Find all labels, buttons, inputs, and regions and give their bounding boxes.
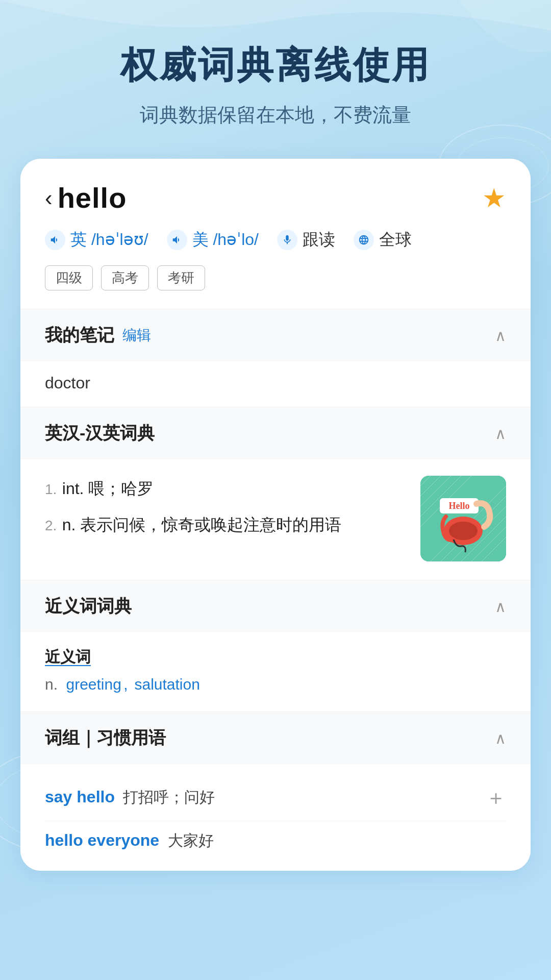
follow-read-label: 跟读 <box>303 229 335 251</box>
word-left: ‹ hello <box>45 181 127 214</box>
word-header: ‹ hello ★ 英 /həˈləʊ/ <box>20 159 531 309</box>
edit-notes-button[interactable]: 编辑 <box>122 326 151 345</box>
svg-point-19 <box>449 522 478 540</box>
synonyms-section-title: 近义词词典 <box>45 595 132 618</box>
synonyms-pos: n. <box>45 676 58 693</box>
favorite-star-icon[interactable]: ★ <box>482 183 506 213</box>
hello-illustration: Hello <box>420 476 506 561</box>
synonyms-content: 近义词 n. greeting , salutation <box>20 632 531 712</box>
tags-row: 四级 高考 考研 <box>45 265 506 290</box>
notes-section-header[interactable]: 我的笔记 编辑 ∧ <box>20 309 531 361</box>
tag-kaoyan: 考研 <box>157 265 205 290</box>
pron-us-text: 美 /həˈlo/ <box>192 229 259 251</box>
global-button[interactable]: 全球 <box>354 229 412 251</box>
pron-en-button[interactable]: 英 /həˈləʊ/ <box>45 229 148 251</box>
synonym-greeting[interactable]: greeting <box>66 676 121 693</box>
dictionary-card: ‹ hello ★ 英 /həˈləʊ/ <box>20 159 531 871</box>
pronunciation-row: 英 /həˈləʊ/ 美 /həˈlo/ 跟读 <box>45 229 506 251</box>
volume-en-icon <box>45 230 65 250</box>
notes-title: 我的笔记 <box>45 324 114 347</box>
phrase-cn-1: 打招呼；问好 <box>123 789 215 805</box>
phrases-chevron-icon: ∧ <box>495 729 506 747</box>
follow-read-button[interactable]: 跟读 <box>277 229 335 251</box>
dict-section-header[interactable]: 英汉-汉英词典 ∧ <box>20 407 531 459</box>
global-label: 全球 <box>379 229 412 251</box>
tag-gaokao: 高考 <box>101 265 149 290</box>
global-icon <box>354 230 374 250</box>
entry-def-1: int. 喂；哈罗 <box>62 479 154 498</box>
hero-title: 权威词典离线使用 <box>31 41 520 90</box>
synonyms-label: 近义词 <box>45 648 91 666</box>
notes-title-row: 我的笔记 编辑 <box>45 324 151 347</box>
volume-us-icon <box>167 230 187 250</box>
synonyms-chevron-icon: ∧ <box>495 598 506 616</box>
entry-num-1: 1. <box>45 481 57 497</box>
phrase-row-2: hello everyone 大家好 <box>45 821 506 861</box>
hero-section: 权威词典离线使用 词典数据保留在本地，不费流量 <box>0 0 551 159</box>
phrase-row-1: say hello 打招呼；问好 ＋ <box>45 774 506 821</box>
phrases-section-header[interactable]: 词组｜习惯用语 ∧ <box>20 712 531 764</box>
mic-icon <box>277 230 297 250</box>
phrase-left-2: hello everyone 大家好 <box>45 830 214 851</box>
pron-en-text: 英 /həˈləʊ/ <box>70 229 148 251</box>
dict-entries: 1. int. 喂；哈罗 2. n. 表示问候，惊奇或唤起注意时的用语 <box>20 459 531 580</box>
dict-section-title: 英汉-汉英词典 <box>45 422 155 445</box>
phrase-en-2[interactable]: hello everyone <box>45 831 159 849</box>
phrases-content: say hello 打招呼；问好 ＋ hello everyone 大家好 <box>20 764 531 871</box>
pron-us-button[interactable]: 美 /həˈlo/ <box>167 229 259 251</box>
word-title: hello <box>58 181 127 214</box>
tag-sijie: 四级 <box>45 265 93 290</box>
phrases-section-title: 词组｜习惯用语 <box>45 726 166 750</box>
phrase-en-1[interactable]: say hello <box>45 788 115 806</box>
bottom-area <box>0 871 551 891</box>
synonyms-row: n. greeting , salutation <box>45 676 506 693</box>
hero-subtitle: 词典数据保留在本地，不费流量 <box>31 102 520 128</box>
back-button[interactable]: ‹ <box>45 187 53 209</box>
dict-chevron-icon: ∧ <box>495 425 506 443</box>
entries-list: 1. int. 喂；哈罗 2. n. 表示问候，惊奇或唤起注意时的用语 <box>45 476 408 538</box>
synonyms-section-header[interactable]: 近义词词典 ∧ <box>20 580 531 632</box>
notes-chevron-icon: ∧ <box>495 327 506 345</box>
notes-content: doctor <box>20 361 531 407</box>
phrase-left-1: say hello 打招呼；问好 <box>45 787 215 808</box>
note-text: doctor <box>45 374 506 393</box>
entry-2: 2. n. 表示问候，惊奇或唤起注意时的用语 <box>45 512 408 538</box>
add-phrase-1-button[interactable]: ＋ <box>486 783 506 812</box>
synonym-salutation[interactable]: salutation <box>134 676 199 693</box>
entry-1: 1. int. 喂；哈罗 <box>45 476 408 502</box>
phrase-cn-2: 大家好 <box>168 832 214 849</box>
entry-def-2: n. 表示问候，惊奇或唤起注意时的用语 <box>62 516 342 534</box>
svg-text:Hello: Hello <box>449 501 470 511</box>
entry-num-2: 2. <box>45 518 57 533</box>
